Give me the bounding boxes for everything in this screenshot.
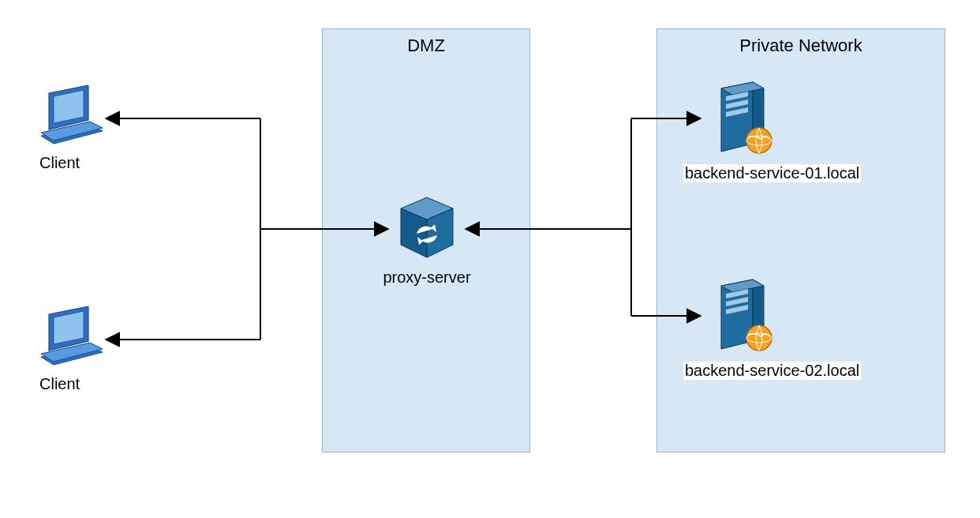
proxy-server-icon [391, 193, 462, 264]
backend-server-icon [705, 79, 776, 158]
svg-point-8 [746, 128, 772, 153]
private-network-zone: Private Network [656, 28, 945, 452]
dmz-zone-title: DMZ [323, 36, 529, 56]
client-label: Client [39, 375, 103, 393]
backend-server-label: backend-service-02.local [683, 362, 861, 380]
backend-server-icon [705, 276, 776, 355]
client-laptop-icon [39, 85, 104, 145]
proxy-server-label: proxy-server [376, 268, 478, 287]
private-network-zone-title: Private Network [657, 36, 944, 56]
client-laptop-icon [39, 306, 104, 366]
svg-point-10 [746, 325, 772, 351]
backend-server-label: backend-service-01.local [683, 164, 861, 182]
client-label: Client [39, 154, 103, 172]
